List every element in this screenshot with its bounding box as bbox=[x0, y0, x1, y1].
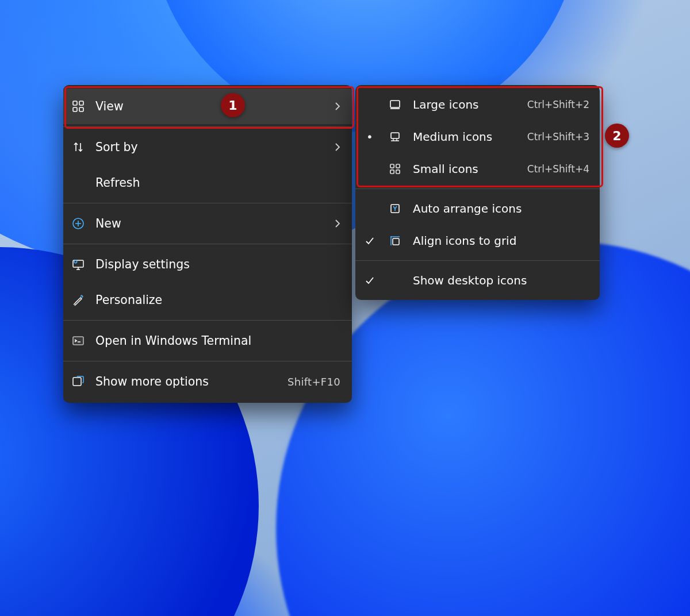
menu-item-label: Medium icons bbox=[413, 130, 517, 144]
menu-item-shortcut: Shift+F10 bbox=[288, 376, 340, 388]
svg-rect-2 bbox=[73, 107, 77, 111]
sort-icon bbox=[71, 140, 85, 154]
menu-item-label: Large icons bbox=[413, 98, 517, 111]
display-settings-icon bbox=[71, 257, 85, 271]
menu-separator bbox=[63, 244, 352, 244]
svg-rect-14 bbox=[396, 170, 400, 174]
menu-item-label: Small icons bbox=[413, 162, 517, 176]
menu-item-display-settings[interactable]: Display settings bbox=[63, 247, 352, 282]
submenu-item-auto-arrange[interactable]: Auto arrange icons bbox=[355, 192, 600, 225]
chevron-right-icon bbox=[335, 143, 340, 152]
chevron-right-icon bbox=[335, 219, 340, 228]
menu-item-label: Sort by bbox=[95, 140, 324, 154]
menu-separator bbox=[63, 126, 352, 127]
svg-point-6 bbox=[74, 260, 76, 263]
svg-rect-3 bbox=[79, 107, 83, 111]
menu-item-shortcut: Ctrl+Shift+2 bbox=[527, 99, 589, 110]
annotation-badge-1: 1 bbox=[221, 93, 245, 117]
menu-separator bbox=[63, 320, 352, 321]
grid-icon bbox=[71, 99, 85, 113]
submenu-item-medium-icons[interactable]: • Medium icons Ctrl+Shift+3 bbox=[355, 121, 600, 153]
menu-separator bbox=[63, 203, 352, 203]
plus-circle-icon bbox=[71, 217, 85, 230]
auto-arrange-icon bbox=[388, 202, 402, 215]
menu-item-label: Display settings bbox=[95, 257, 340, 271]
svg-rect-11 bbox=[390, 164, 394, 168]
svg-rect-8 bbox=[73, 378, 81, 386]
submenu-item-small-icons[interactable]: Small icons Ctrl+Shift+4 bbox=[355, 153, 600, 185]
radio-indicator-selected: • bbox=[362, 130, 377, 144]
svg-rect-16 bbox=[393, 238, 399, 245]
menu-separator bbox=[355, 260, 600, 261]
menu-item-shortcut: Ctrl+Shift+4 bbox=[527, 163, 589, 175]
menu-item-label: Align icons to grid bbox=[413, 234, 589, 248]
medium-icons-icon bbox=[388, 130, 402, 144]
view-submenu: Large icons Ctrl+Shift+2 • Medium icons … bbox=[355, 85, 600, 300]
submenu-item-large-icons[interactable]: Large icons Ctrl+Shift+2 bbox=[355, 88, 600, 121]
blank-icon bbox=[71, 176, 85, 190]
menu-item-label: New bbox=[95, 217, 324, 230]
check-indicator-checked bbox=[362, 276, 377, 285]
svg-rect-7 bbox=[73, 337, 83, 345]
more-options-icon bbox=[71, 375, 85, 388]
menu-separator bbox=[355, 188, 600, 189]
menu-item-new[interactable]: New bbox=[63, 206, 352, 241]
menu-item-windows-terminal[interactable]: Open in Windows Terminal bbox=[63, 323, 352, 359]
menu-item-label: View bbox=[95, 99, 324, 113]
menu-item-label: Personalize bbox=[95, 293, 340, 307]
paintbrush-icon bbox=[71, 293, 85, 307]
align-grid-icon bbox=[388, 234, 402, 248]
menu-item-label: Auto arrange icons bbox=[413, 202, 589, 215]
check-indicator-checked bbox=[362, 236, 377, 245]
menu-item-shortcut: Ctrl+Shift+3 bbox=[527, 131, 589, 143]
small-icons-icon bbox=[388, 162, 402, 176]
menu-item-show-more-options[interactable]: Show more options Shift+F10 bbox=[63, 364, 352, 399]
annotation-badge-2: 2 bbox=[605, 124, 629, 148]
menu-item-label: Open in Windows Terminal bbox=[95, 334, 340, 348]
menu-item-sort-by[interactable]: Sort by bbox=[63, 129, 352, 165]
menu-item-label: Show desktop icons bbox=[413, 274, 589, 287]
submenu-item-show-desktop-icons[interactable]: Show desktop icons bbox=[355, 264, 600, 297]
chevron-right-icon bbox=[335, 102, 340, 111]
svg-rect-10 bbox=[391, 133, 399, 138]
menu-item-refresh[interactable]: Refresh bbox=[63, 165, 352, 201]
menu-separator bbox=[63, 361, 352, 361]
large-icons-icon bbox=[388, 98, 402, 111]
menu-item-personalize[interactable]: Personalize bbox=[63, 282, 352, 318]
blank-icon bbox=[388, 274, 402, 287]
svg-rect-9 bbox=[390, 101, 400, 107]
terminal-icon bbox=[71, 334, 85, 348]
menu-item-view[interactable]: View bbox=[63, 88, 352, 124]
menu-item-label: Show more options bbox=[95, 375, 277, 388]
svg-rect-1 bbox=[79, 101, 83, 105]
svg-rect-12 bbox=[396, 164, 400, 168]
submenu-item-align-to-grid[interactable]: Align icons to grid bbox=[355, 225, 600, 257]
desktop-context-menu: View Sort by Refresh New bbox=[63, 85, 352, 403]
svg-rect-13 bbox=[390, 170, 394, 174]
menu-item-label: Refresh bbox=[95, 176, 340, 190]
svg-rect-0 bbox=[73, 101, 77, 105]
